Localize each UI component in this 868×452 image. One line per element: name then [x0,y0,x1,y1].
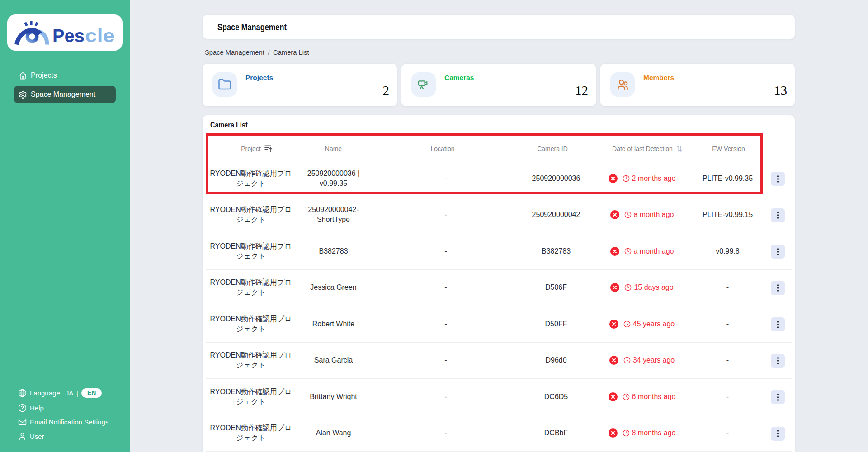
svg-text:Pes: Pes [52,26,85,46]
svg-text:cle: cle [85,26,115,46]
